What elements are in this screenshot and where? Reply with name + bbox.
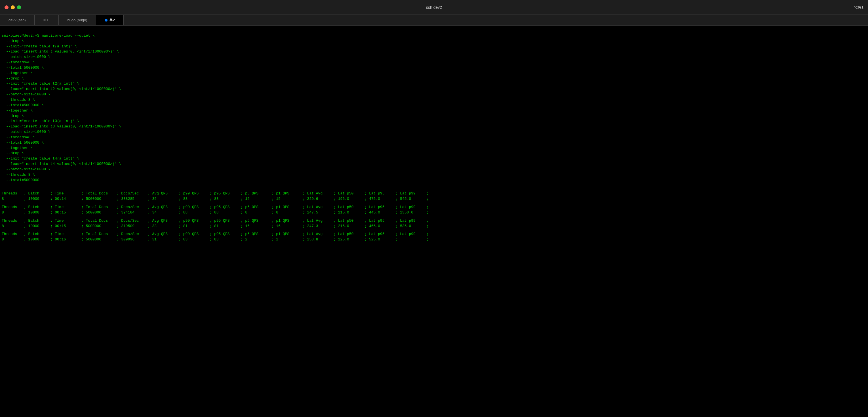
command-line: --threads=8 \ <box>2 97 866 103</box>
table-section-0: Threads ; Batch ; Time ; Total Docs ; Do… <box>2 191 866 202</box>
table-section-3: Threads ; Batch ; Time ; Total Docs ; Do… <box>2 232 866 242</box>
window-controls <box>0 5 21 9</box>
tab-bar: dev2 (ssh) ⌘1 hugo (hugo) ⌘2 <box>0 15 868 26</box>
window-title: ssh dev2 <box>426 5 442 10</box>
command-line: --drop \ <box>2 151 866 156</box>
tab-hugo[interactable]: hugo (hugo) <box>59 15 96 25</box>
tab-hugo-label: hugo (hugo) <box>67 18 87 22</box>
minimize-button[interactable] <box>11 5 15 9</box>
command-line: --together \ <box>2 71 866 76</box>
table-row-0: 8 ; 10000 ; 00:14 ; 5000000 ; 338285 ; 3… <box>2 197 866 202</box>
command-lines: --drop \ --init="create table t(a int)" … <box>2 39 866 183</box>
tab-dev2[interactable]: dev2 (ssh) <box>0 15 35 25</box>
command-line: --total=5000000 \ <box>2 103 866 108</box>
command-line: --load="insert into t4 values(0, <int/1/… <box>2 161 866 167</box>
keyboard-shortcut-label: ⌥⌘1 <box>854 5 864 9</box>
table-header-0: Threads ; Batch ; Time ; Total Docs ; Do… <box>2 191 866 197</box>
command-line: --init="create table t3(a int)" \ <box>2 119 866 124</box>
command-line: --batch-size=10000 \ <box>2 92 866 97</box>
command-line: --drop \ <box>2 39 866 44</box>
command-line: --init="create table t(a int)" \ <box>2 44 866 50</box>
command-line: --init="create table t4(a int)" \ <box>2 156 866 161</box>
command-line: --batch-size=10000 \ <box>2 167 866 172</box>
command-line: --load="insert into t values(0, <int/1/1… <box>2 49 866 55</box>
tables-container: Threads ; Batch ; Time ; Total Docs ; Do… <box>2 191 866 242</box>
table-row-1: 8 ; 10000 ; 00:15 ; 5000000 ; 324184 ; 3… <box>2 210 866 215</box>
maximize-button[interactable] <box>17 5 21 9</box>
table-row-2: 8 ; 10000 ; 00:15 ; 5000000 ; 319509 ; 3… <box>2 224 866 229</box>
table-header-3: Threads ; Batch ; Time ; Total Docs ; Do… <box>2 232 866 237</box>
command-line: --threads=8 \ <box>2 135 866 140</box>
command-line: --total=5000000 \ <box>2 65 866 71</box>
table-header-1: Threads ; Batch ; Time ; Total Docs ; Do… <box>2 205 866 210</box>
tab-cmd2[interactable]: ⌘2 <box>96 15 124 25</box>
command-line: --load="insert into t2 values(0, <int/1/… <box>2 87 866 92</box>
command-line: --threads=8 \ <box>2 172 866 178</box>
table-header-2: Threads ; Batch ; Time ; Total Docs ; Do… <box>2 218 866 224</box>
command-line: --threads=8 \ <box>2 60 866 65</box>
tab-dev2-label: dev2 (ssh) <box>8 18 26 22</box>
command-line: --batch-size=10000 \ <box>2 55 866 60</box>
command-line: --init="create table t2(a int)" \ <box>2 81 866 87</box>
command-line: --drop \ <box>2 114 866 119</box>
table-row-3: 8 ; 10000 ; 00:16 ; 5000000 ; 309996 ; 3… <box>2 237 866 242</box>
title-bar: ssh dev2 ⌥⌘1 <box>0 0 868 15</box>
command-line: --load="insert into t3 values(0, <int/1/… <box>2 124 866 129</box>
title-right-area: ⌥⌘1 <box>854 5 864 9</box>
tab-cmd1-label: ⌘1 <box>43 18 49 22</box>
command-line: --together \ <box>2 108 866 114</box>
command-line: --total=5000000 <box>2 178 866 183</box>
command-line: --drop \ <box>2 76 866 82</box>
close-button[interactable] <box>4 5 8 9</box>
table-section-1: Threads ; Batch ; Time ; Total Docs ; Do… <box>2 205 866 215</box>
command-line: --total=5000000 \ <box>2 140 866 146</box>
tab-cmd1[interactable]: ⌘1 <box>35 15 59 25</box>
dot-indicator <box>105 19 107 22</box>
terminal-content: snikolaev@dev2:~$ manticore-load --quiet… <box>0 26 868 250</box>
command-line: --together \ <box>2 146 866 151</box>
command-line: --batch-size=10000 \ <box>2 129 866 135</box>
prompt-line: snikolaev@dev2:~$ manticore-load --quiet… <box>2 33 95 38</box>
table-section-2: Threads ; Batch ; Time ; Total Docs ; Do… <box>2 218 866 229</box>
tab-cmd2-label: ⌘2 <box>109 18 115 22</box>
